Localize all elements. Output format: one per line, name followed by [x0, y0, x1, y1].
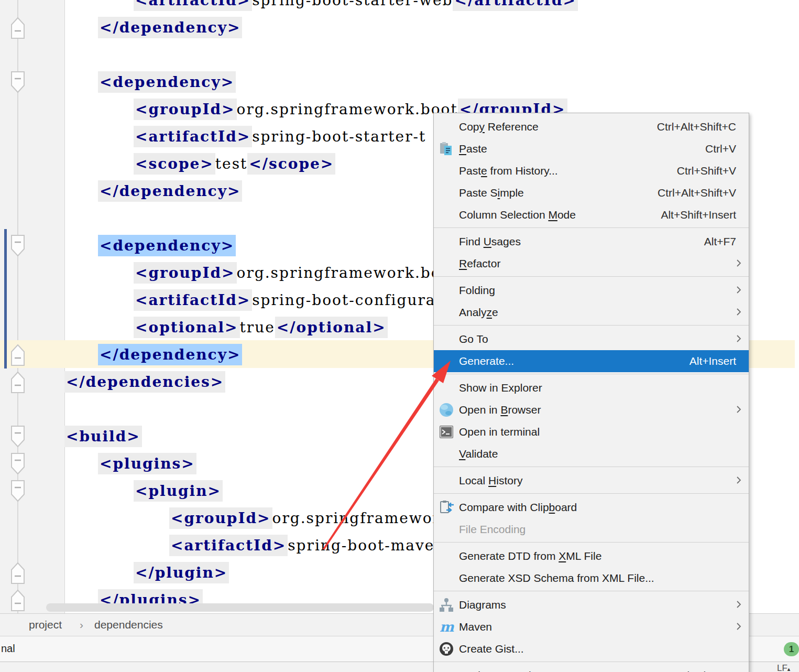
- breadcrumb-item-dependencies[interactable]: dependencies: [94, 614, 163, 636]
- code-line[interactable]: <dependency>: [98, 232, 236, 259]
- code-line[interactable]: <groupId>org.springframework.boot: [134, 259, 458, 287]
- menu-separator: [434, 591, 749, 591]
- menu-separator: [434, 542, 749, 543]
- menu-item-file-encoding: File Encoding: [434, 518, 749, 540]
- menu-separator: [434, 227, 749, 228]
- code-line[interactable]: <groupId>org.springframework.: [169, 505, 456, 532]
- code-line[interactable]: <artifactId>spring-boot-maven: [169, 532, 445, 559]
- fold-marker-expand-icon[interactable]: [10, 425, 25, 448]
- code-line[interactable]: <artifactId>spring-boot-starter-t: [134, 123, 426, 150]
- fold-marker-expand-icon[interactable]: [10, 452, 25, 475]
- menu-item-paste[interactable]: PasteCtrl+V: [434, 138, 749, 160]
- code-line[interactable]: </dependency>: [98, 14, 242, 41]
- menu-item-generate-xsd[interactable]: Generate XSD Schema from XML File...: [434, 567, 749, 589]
- fold-marker-collapse-icon[interactable]: [10, 561, 25, 584]
- menu-separator: [434, 325, 749, 326]
- menu-item-paste-from-history[interactable]: Paste from History...Ctrl+Shift+V: [434, 160, 749, 182]
- code-line[interactable]: <artifactId>spring-boot-configura: [134, 287, 436, 314]
- menu-item-refactor[interactable]: Refactor: [434, 253, 749, 275]
- maven-icon: m: [438, 619, 455, 635]
- menu-item-local-history[interactable]: Local History: [434, 470, 749, 492]
- menu-item-find-usages[interactable]: Find UsagesAlt+F7: [434, 231, 749, 253]
- code-line[interactable]: <scope>test</scope>: [134, 150, 335, 178]
- menu-item-open-in-terminal[interactable]: Open in terminal: [434, 421, 749, 443]
- menu-item-go-to[interactable]: Go To: [434, 328, 749, 350]
- code-line[interactable]: <plugin>: [134, 478, 223, 505]
- menu-item-evaluate-xpath[interactable]: Evaluate XPathCtrl+Alt+X, E: [434, 665, 749, 672]
- fold-marker-collapse-icon[interactable]: [10, 589, 25, 612]
- submenu-arrow-icon: [736, 259, 741, 267]
- fold-marker-expand-icon[interactable]: [10, 480, 25, 503]
- popup-arrow-icon: ▴: [787, 666, 791, 672]
- menu-item-validate[interactable]: Validate: [434, 443, 749, 465]
- submenu-arrow-icon: [736, 405, 741, 414]
- code-line[interactable]: <dependency>: [98, 69, 236, 96]
- fold-marker-collapse-icon[interactable]: [10, 16, 25, 39]
- code-line[interactable]: <plugins>: [98, 450, 196, 478]
- terminal-tab-partial[interactable]: nal: [1, 643, 15, 655]
- menu-separator: [434, 276, 749, 277]
- code-line[interactable]: </dependencies>: [64, 368, 225, 396]
- code-line[interactable]: </plugin>: [134, 559, 229, 587]
- horizontal-scrollbar-thumb[interactable]: [46, 603, 434, 612]
- menu-item-copy-reference[interactable]: Copy ReferenceCtrl+Alt+Shift+C: [434, 116, 749, 138]
- menu-item-generate-dtd[interactable]: Generate DTD from XML File: [434, 545, 749, 567]
- menu-item-paste-simple[interactable]: Paste SimpleCtrl+Alt+Shift+V: [434, 182, 749, 204]
- notification-badge[interactable]: 1: [784, 642, 799, 656]
- svg-text:m: m: [440, 619, 454, 635]
- breadcrumb-separator-icon: ›: [80, 614, 83, 636]
- menu-item-maven[interactable]: m Maven: [434, 616, 749, 638]
- compare-clipboard-icon: [438, 500, 455, 515]
- submenu-arrow-icon: [736, 286, 741, 294]
- submenu-arrow-icon: [736, 476, 741, 484]
- line-separator-widget[interactable]: LF▴: [777, 663, 790, 672]
- fold-marker-expand-icon[interactable]: [10, 71, 25, 94]
- terminal-icon: [438, 424, 455, 440]
- code-line[interactable]: </dependency>: [98, 178, 242, 205]
- editor-gutter: [0, 0, 65, 613]
- fold-marker-collapse-icon[interactable]: [10, 343, 25, 366]
- diagrams-icon: [438, 597, 455, 613]
- context-menu: Copy ReferenceCtrl+Alt+Shift+C PasteCtrl…: [433, 113, 749, 672]
- submenu-arrow-icon: [736, 308, 741, 316]
- menu-separator: [434, 493, 749, 494]
- menu-item-folding[interactable]: Folding: [434, 279, 749, 301]
- breadcrumb-item-project[interactable]: project: [29, 614, 62, 636]
- github-icon: [438, 641, 455, 657]
- menu-item-compare-with-clipboard[interactable]: Compare with Clipboard: [434, 496, 749, 518]
- fold-marker-expand-icon[interactable]: [10, 234, 25, 257]
- menu-item-diagrams[interactable]: Diagrams: [434, 594, 749, 616]
- code-line[interactable]: </dependency>: [98, 341, 242, 368]
- code-line[interactable]: <artifactId>spring-boot-starter-web</art…: [134, 0, 578, 14]
- menu-item-show-in-explorer[interactable]: Show in Explorer: [434, 377, 749, 399]
- vcs-change-bar: [4, 229, 7, 368]
- fold-marker-collapse-icon[interactable]: [10, 371, 25, 394]
- menu-item-analyze[interactable]: Analyze: [434, 301, 749, 323]
- submenu-arrow-icon: [736, 334, 741, 343]
- menu-item-generate[interactable]: Generate...Alt+Insert: [434, 350, 749, 372]
- code-line[interactable]: <build>: [64, 423, 142, 450]
- submenu-arrow-icon: [736, 622, 741, 631]
- paste-icon: [438, 141, 455, 157]
- menu-separator: [434, 467, 749, 467]
- menu-item-column-selection-mode[interactable]: Column Selection ModeAlt+Shift+Insert: [434, 204, 749, 226]
- submenu-arrow-icon: [736, 600, 741, 609]
- menu-separator: [434, 374, 749, 374]
- menu-item-open-in-browser[interactable]: Open in Browser: [434, 399, 749, 421]
- globe-icon: [438, 402, 455, 418]
- menu-separator: [434, 662, 749, 662]
- code-line[interactable]: <optional>true</optional>: [134, 314, 388, 341]
- menu-item-create-gist[interactable]: Create Gist...: [434, 638, 749, 660]
